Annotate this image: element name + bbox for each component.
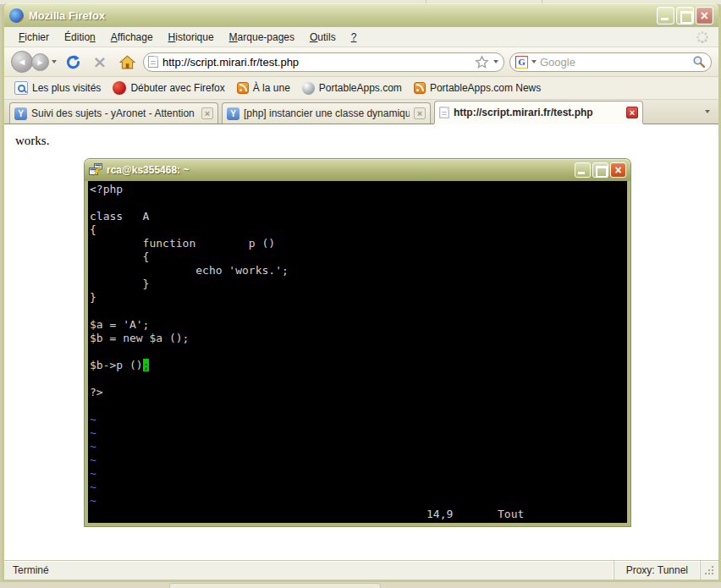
bookmark-star-icon[interactable] — [475, 55, 489, 69]
tab-list-dropdown-button[interactable] — [700, 103, 715, 120]
menu-item-outils[interactable]: Outils — [302, 29, 344, 46]
bookmark-debuter-avec-firefox[interactable]: Débuter avec Firefox — [107, 80, 229, 96]
putty-icon — [89, 163, 102, 177]
menu-item-affichage[interactable]: Affichage — [103, 29, 161, 46]
menu-label-accel: O — [310, 31, 317, 43]
url-input[interactable] — [162, 56, 471, 69]
search-engine-dropdown-icon[interactable] — [531, 60, 537, 63]
search-magnifier-icon[interactable] — [692, 55, 706, 69]
url-dropdown-icon[interactable] — [493, 60, 498, 63]
vim-file-info: "test.php" 17L, 100C écrit(s) — [156, 521, 348, 523]
history-dropdown-icon[interactable] — [52, 60, 57, 63]
terminal-line: } — [88, 291, 627, 305]
home-icon — [119, 55, 135, 69]
menubar-items: FichierÉditionAffichageHistoriqueMarque-… — [11, 29, 364, 46]
status-bar: Terminé Proxy: Tunnel — [4, 560, 718, 580]
menu-label-accel: H — [168, 31, 176, 43]
terminal-rows: <?phpclass A{ function p () { echo 'work… — [88, 183, 627, 508]
reload-button[interactable] — [62, 51, 84, 73]
home-button[interactable] — [116, 51, 138, 73]
tab-label: [php] instancier une classe dynamique... — [244, 107, 410, 119]
terminal-line: function p () — [88, 237, 627, 250]
resize-grip[interactable] — [702, 563, 716, 577]
window-titlebar[interactable]: Mozilla Firefox — [4, 3, 718, 27]
terminal-text: $b->p () — [90, 359, 143, 371]
terminal-line — [88, 305, 627, 318]
bookmark-portableapps-news[interactable]: PortableApps.com News — [409, 80, 546, 96]
terminal-close-button[interactable] — [610, 162, 626, 178]
bookmark-label: PortableApps.com — [319, 82, 402, 94]
bookmark-portableapps[interactable]: PortableApps.com — [297, 80, 407, 96]
terminal-line: $b->p (); — [88, 359, 627, 372]
back-button[interactable]: ◄ — [11, 51, 33, 73]
terminal-titlebar[interactable]: rca@ks355468: ~ — [85, 159, 630, 181]
firefox-window: Mozilla Firefox FichierÉditionAffichageH… — [2, 3, 721, 582]
menu-label-post: utils — [317, 31, 335, 43]
menu-item-marque-pages[interactable]: Marque-pages — [222, 29, 302, 46]
terminal-tilde-line: ~ — [88, 494, 627, 508]
stop-icon: × — [93, 53, 107, 70]
tab-close-button[interactable] — [626, 107, 638, 118]
reload-icon — [65, 54, 81, 70]
terminal-tilde-line: ~ — [88, 440, 627, 453]
bookmark-a-la-une[interactable]: À la une — [232, 80, 295, 96]
terminal-line: } — [88, 278, 627, 291]
menu-item-aide[interactable]: ? — [344, 29, 365, 46]
terminal-tilde-line: ~ — [88, 426, 627, 440]
maximize-button[interactable] — [676, 7, 694, 25]
terminal-line: $a = 'A'; — [88, 318, 627, 332]
search-input[interactable] — [540, 56, 689, 69]
terminal-maximize-button[interactable] — [592, 162, 608, 178]
menu-label-accel: M — [229, 31, 238, 43]
tab-close-button[interactable] — [414, 107, 426, 119]
terminal-screen[interactable]: <?phpclass A{ function p () { echo 'work… — [88, 181, 627, 523]
vim-cursor-position: 14,9 — [427, 508, 453, 521]
site-favicon-page-icon — [148, 56, 158, 68]
terminal-minimize-button[interactable] — [575, 162, 591, 178]
forward-button[interactable]: ► — [31, 53, 49, 71]
terminal-status-line: "test.php" 17L, 100C écrit(s) 14,9 Tout — [88, 508, 627, 521]
menu-item-edition[interactable]: Édition — [57, 29, 103, 46]
bookmark-label: À la une — [253, 82, 290, 94]
firefox-logo-icon — [9, 8, 24, 23]
tab-php-classe-dynamique[interactable]: [php] instancier une classe dynamique... — [222, 102, 431, 124]
portableapps-icon — [302, 82, 315, 95]
tab-close-button[interactable] — [201, 107, 213, 119]
url-bar[interactable] — [143, 52, 504, 72]
putty-terminal-window: rca@ks355468: ~ <?phpclass A{ function p… — [85, 159, 630, 526]
firefox-red-icon — [113, 81, 126, 95]
window-controls — [657, 7, 713, 25]
search-box[interactable] — [509, 52, 712, 72]
tab-label: http://script.mirari.fr/test.php — [454, 107, 622, 118]
bookmark-label: Les plus visités — [32, 82, 101, 94]
terminal-line — [88, 372, 627, 386]
menu-item-historique[interactable]: Historique — [161, 29, 222, 46]
close-button[interactable] — [696, 7, 713, 25]
history-navigation: ◄ ► — [11, 51, 57, 73]
terminal-cursor: ; — [143, 359, 150, 371]
navigation-toolbar: ◄ ► × — [4, 47, 718, 77]
visited-icon — [14, 81, 28, 95]
minimize-button[interactable] — [657, 7, 674, 25]
terminal-tilde-line: ~ — [88, 481, 627, 494]
menu-label-pre: Éditio — [64, 31, 90, 43]
terminal-tilde-line: ~ — [88, 467, 627, 481]
tab-test-php[interactable]: http://script.mirari.fr/test.php — [434, 101, 643, 124]
bookmark-label: PortableApps.com News — [430, 82, 541, 94]
terminal-line — [88, 345, 627, 359]
rss-icon — [237, 82, 249, 94]
throbber-icon — [695, 30, 710, 45]
terminal-line: ?> — [88, 386, 627, 399]
menu-label-accel: A — [111, 31, 118, 43]
terminal-line: { — [88, 223, 627, 237]
terminal-window-controls — [575, 162, 626, 178]
taskbar-edge — [0, 582, 721, 588]
stop-button[interactable]: × — [89, 51, 111, 73]
menu-item-fichier[interactable]: Fichier — [11, 29, 57, 46]
menu-label-accel: ? — [351, 31, 357, 43]
tab-yaronet-suivi[interactable]: Suivi des sujets - yAronet - Attention :… — [9, 102, 218, 124]
page-content: works. rca@ks355468: ~ <?phpclass — [4, 124, 718, 560]
bookmark-les-plus-visites[interactable]: Les plus visités — [9, 80, 106, 96]
terminal-line: { — [88, 250, 627, 264]
bookmarks-bar-items: Les plus visitésDébuter avec FirefoxÀ la… — [4, 77, 718, 100]
